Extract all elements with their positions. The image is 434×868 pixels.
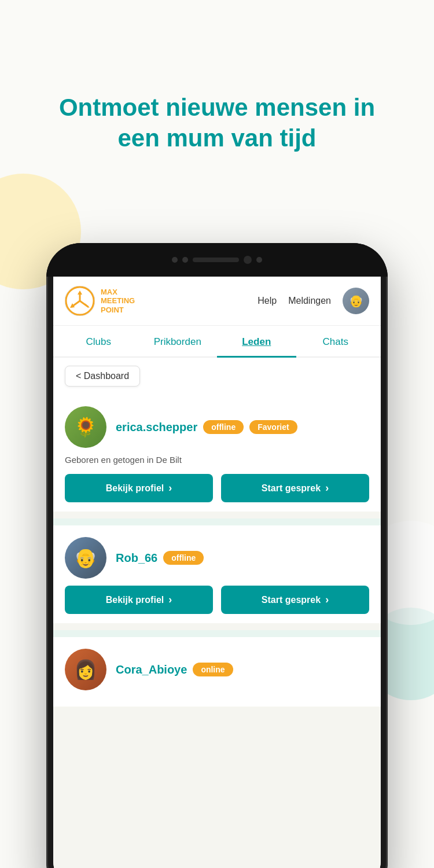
user-avatar[interactable]: 👴 <box>343 288 369 314</box>
notch-dot-3 <box>256 257 262 263</box>
chevron-right-icon: › <box>325 482 329 494</box>
chevron-right-icon: › <box>168 482 172 494</box>
member-actions: Bekijk profiel › Start gesprek › <box>65 586 369 614</box>
logo[interactable]: MAX MEETING POINT <box>65 286 135 316</box>
member-name: erica.schepper <box>116 421 197 434</box>
phone-frame: MAX MEETING POINT Help Meldingen 👴 Clubs… <box>46 243 388 868</box>
member-header: 🌻 erica.schepper offline Favoriet <box>65 406 369 448</box>
notifications-link[interactable]: Meldingen <box>288 296 331 306</box>
status-badge: offline <box>203 420 244 434</box>
member-name-row: Cora_Abioye online <box>116 663 369 676</box>
member-info: Rob_66 offline <box>116 551 369 565</box>
member-avatar: 👴 <box>65 537 106 579</box>
member-card: 🌻 erica.schepper offline Favoriet Gebore… <box>53 395 381 512</box>
header-nav: Help Meldingen 👴 <box>258 288 369 314</box>
phone-notch <box>46 243 388 277</box>
tab-clubs[interactable]: Clubs <box>59 326 138 358</box>
help-link[interactable]: Help <box>258 296 277 306</box>
notch-camera <box>244 256 252 264</box>
breadcrumb-bar: < Dashboard <box>53 358 381 395</box>
notch-speaker <box>193 258 239 262</box>
member-name: Rob_66 <box>116 551 157 565</box>
notch-dot-2 <box>182 257 188 263</box>
member-actions: Bekijk profiel › Start gesprek › <box>65 474 369 502</box>
status-badge: offline <box>163 551 204 565</box>
member-header: 👩 Cora_Abioye online <box>65 649 369 690</box>
view-profile-button[interactable]: Bekijk profiel › <box>65 474 213 502</box>
logo-icon <box>65 286 95 316</box>
section-divider <box>53 630 381 637</box>
member-name: Cora_Abioye <box>116 663 187 676</box>
favoriet-badge: Favoriet <box>249 420 297 434</box>
content-area: 🌻 erica.schepper offline Favoriet Gebore… <box>53 395 381 868</box>
view-profile-button[interactable]: Bekijk profiel › <box>65 586 213 614</box>
start-chat-label: Start gesprek <box>262 483 321 494</box>
start-chat-button[interactable]: Start gesprek › <box>221 586 369 614</box>
tab-chats[interactable]: Chats <box>296 326 376 358</box>
view-profile-label: Bekijk profiel <box>106 595 164 605</box>
member-info: erica.schepper offline Favoriet <box>116 420 369 434</box>
member-name-row: erica.schepper offline Favoriet <box>116 420 369 434</box>
notch-dot-1 <box>172 257 178 263</box>
start-chat-button[interactable]: Start gesprek › <box>221 474 369 502</box>
member-card: 👴 Rob_66 offline Bekijk profiel › St <box>53 525 381 623</box>
member-card: 👩 Cora_Abioye online <box>53 637 381 707</box>
phone-screen: MAX MEETING POINT Help Meldingen 👴 Clubs… <box>53 277 381 868</box>
view-profile-label: Bekijk profiel <box>106 483 164 494</box>
member-avatar: 🌻 <box>65 406 106 448</box>
tab-prikborden[interactable]: Prikborden <box>138 326 218 358</box>
section-divider <box>53 518 381 525</box>
dashboard-back-button[interactable]: < Dashboard <box>65 366 140 387</box>
chevron-right-icon: › <box>325 594 329 606</box>
app-header: MAX MEETING POINT Help Meldingen 👴 <box>53 277 381 326</box>
member-header: 👴 Rob_66 offline <box>65 537 369 579</box>
chevron-right-icon: › <box>168 594 172 606</box>
member-bio: Geboren en getogen in De Bilt <box>65 455 369 465</box>
tab-leden[interactable]: Leden <box>217 326 296 358</box>
logo-text: MAX MEETING POINT <box>101 288 135 315</box>
start-chat-label: Start gesprek <box>262 595 321 605</box>
member-info: Cora_Abioye online <box>116 663 369 676</box>
nav-tabs: Clubs Prikborden Leden Chats <box>53 326 381 358</box>
member-avatar: 👩 <box>65 649 106 690</box>
status-badge: online <box>193 663 233 676</box>
member-name-row: Rob_66 offline <box>116 551 369 565</box>
hero-title: Ontmoet nieuwe mensen in een mum van tij… <box>0 93 434 153</box>
